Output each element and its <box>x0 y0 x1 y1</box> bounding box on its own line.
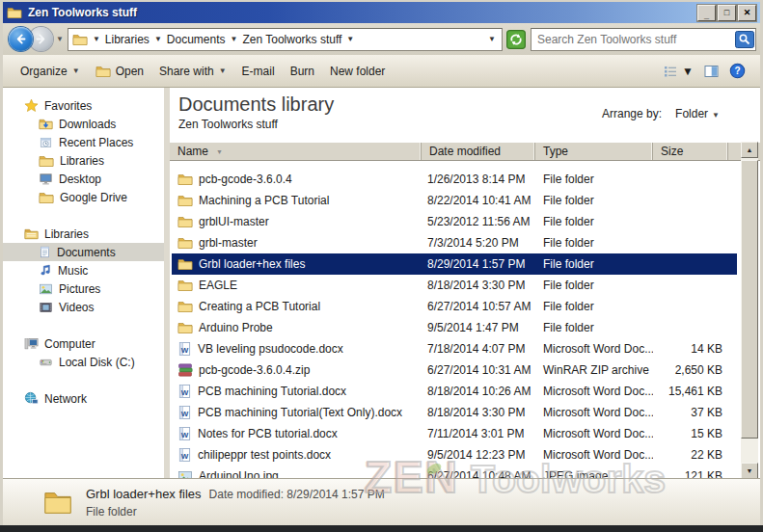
chevron-down-icon: ▼ <box>712 111 720 120</box>
breadcrumb-segment-current[interactable]: Zen Toolworks stuff <box>242 33 341 46</box>
minimize-button[interactable]: _ <box>697 5 716 21</box>
file-size: 14 KB <box>653 342 728 356</box>
file-row-machining-a-pcb-tutorial[interactable]: Machining a PCB Tutorial8/22/2014 10:41 … <box>172 190 737 211</box>
sidebar-item-recent-places[interactable]: Recent Places <box>3 133 164 151</box>
sidebar-item-music[interactable]: Music <box>3 261 164 279</box>
file-type: File folder <box>535 257 653 271</box>
scroll-up-button[interactable]: ▲ <box>741 142 758 158</box>
file-name: Notes for PCB tutorial.docx <box>198 427 338 440</box>
sidebar-item-libraries[interactable]: Libraries <box>3 151 164 170</box>
file-type: Microsoft Word Doc... <box>535 342 653 356</box>
vertical-scrollbar[interactable]: ▲ ▼ <box>741 142 758 479</box>
file-type: Microsoft Word Doc... <box>535 406 653 419</box>
file-type: File folder <box>535 194 653 207</box>
organize-button[interactable]: Organize▼ <box>13 61 88 82</box>
file-row-notes-for-pcb-tutorial-docx[interactable]: WNotes for PCB tutorial.docx7/11/2014 3:… <box>172 423 737 444</box>
winrar-icon <box>177 362 193 378</box>
file-name: chilipeppr test points.docx <box>198 448 331 462</box>
file-size: 2,650 KB <box>653 363 728 377</box>
column-header-date-modified[interactable]: Date modified <box>422 143 535 160</box>
file-name: PCB machining Tutorial.docx <box>198 385 346 398</box>
folder-icon <box>177 278 193 293</box>
refresh-button[interactable] <box>506 30 526 49</box>
arrange-by-control[interactable]: Arrange by: Folder▼ <box>602 107 720 120</box>
sidebar-item-local-disk-c[interactable]: Local Disk (C:) <box>3 353 164 371</box>
sidebar-item-google-drive[interactable]: Google Drive <box>3 188 164 206</box>
sidebar-item-pictures[interactable]: Pictures <box>3 279 164 298</box>
sidebar-item-favorites[interactable]: Favorites <box>3 96 164 115</box>
sidebar-item-label: Recent Places <box>59 136 133 149</box>
sidebar-item-label: Network <box>44 392 87 406</box>
file-date-modified: 8/29/2014 1:57 PM <box>422 257 535 271</box>
new-folder-button[interactable]: New folder <box>322 61 393 82</box>
file-type: WinRAR ZIP archive <box>535 363 653 377</box>
column-header-size[interactable]: Size <box>653 143 728 160</box>
file-row-arduinouno-jpg[interactable]: ArduinoUno.jpg6/27/2014 10:48 AMJPEG ima… <box>172 466 737 479</box>
search-box[interactable] <box>531 28 756 51</box>
chevron-down-icon[interactable]: ▼ <box>231 35 238 43</box>
column-header-type[interactable]: Type <box>535 143 653 160</box>
sidebar-item-downloads[interactable]: Downloads <box>3 115 164 133</box>
file-row-chilipeppr-test-points-docx[interactable]: Wchilipeppr test points.docx9/5/2014 12:… <box>172 444 737 466</box>
column-header-name[interactable]: Name▼ <box>170 143 422 160</box>
file-date-modified: 9/5/2014 12:23 PM <box>422 448 535 462</box>
file-row-arduino-probe[interactable]: Arduino Probe9/5/2014 1:47 PMFile folder <box>172 317 737 338</box>
breadcrumb-segment-documents[interactable]: Documents <box>167 33 226 46</box>
file-row-grbl-master[interactable]: grbl-master7/3/2014 5:20 PMFile folder <box>172 232 737 253</box>
back-button[interactable] <box>9 27 33 51</box>
chevron-down-icon[interactable]: ▼ <box>346 35 354 43</box>
scroll-down-button[interactable]: ▼ <box>741 463 758 479</box>
file-row-grblui-master[interactable]: grblUI-master5/23/2012 11:56 AMFile fold… <box>172 211 737 232</box>
file-type: File folder <box>535 236 653 250</box>
explorer-window: Zen Toolworks stuff _ □ ✕ ▼ ▼ Libraries … <box>0 0 763 532</box>
share-with-button[interactable]: Share with▼ <box>151 61 234 82</box>
scrollbar-thumb[interactable] <box>741 160 758 439</box>
close-button[interactable]: ✕ <box>738 5 756 21</box>
arrange-by-value[interactable]: Folder <box>675 107 708 120</box>
file-date-modified: 6/27/2014 10:31 AM <box>422 363 535 377</box>
file-row-vb-leveling-psudocode-docx[interactable]: WVB leveling psudocode.docx7/18/2014 4:0… <box>172 338 737 359</box>
sidebar-item-videos[interactable]: Videos <box>3 298 164 316</box>
maximize-button[interactable]: □ <box>718 5 736 21</box>
recent-icon <box>39 136 53 149</box>
sidebar-item-label: Computer <box>44 337 95 351</box>
burn-button[interactable]: Burn <box>283 61 322 82</box>
word-icon: W <box>177 405 192 420</box>
breadcrumb-segment-libraries[interactable]: Libraries <box>105 33 150 46</box>
svg-text:W: W <box>181 346 189 355</box>
sidebar-item-libraries[interactable]: Libraries <box>3 225 164 243</box>
sidebar-item-desktop[interactable]: Desktop <box>3 170 164 188</box>
file-row-pcb-gcode-3-6-0-4-zip[interactable]: pcb-gcode-3.6.0.4.zip6/27/2014 10:31 AMW… <box>172 359 737 381</box>
word-icon: W <box>177 447 192 463</box>
file-name: Grbl loader+hex files <box>199 257 305 271</box>
chevron-down-icon[interactable]: ▼ <box>93 35 100 43</box>
document-icon <box>39 245 51 259</box>
open-button[interactable]: Open <box>88 60 151 83</box>
email-button[interactable]: E-mail <box>234 61 283 82</box>
sidebar-item-network[interactable]: Network <box>3 389 164 408</box>
sidebar-item-documents[interactable]: Documents <box>3 243 164 261</box>
search-input[interactable] <box>531 33 735 46</box>
sidebar-item-computer[interactable]: Computer <box>3 334 164 353</box>
nav-history-arrow-icon[interactable]: ▼ <box>56 35 64 43</box>
chevron-down-icon[interactable]: ▼ <box>154 35 162 43</box>
svg-text:W: W <box>181 388 189 397</box>
file-row-pcb-gcode-3-6-0-4[interactable]: pcb-gcode-3.6.0.41/26/2013 8:14 PMFile f… <box>172 169 737 190</box>
file-row-pcb-machining-tutorial-docx[interactable]: WPCB machining Tutorial.docx8/18/2014 10… <box>172 381 737 402</box>
libraries-icon <box>24 226 39 241</box>
svg-text:W: W <box>181 452 189 461</box>
address-bar[interactable]: ▼ Libraries ▼ Documents ▼ Zen Toolworks … <box>68 28 503 51</box>
preview-pane-button[interactable] <box>698 61 724 82</box>
change-view-button[interactable]: ▼ <box>658 61 698 82</box>
computer-icon <box>24 336 39 351</box>
file-row-pcb-machining-tutorial-text-only-docx[interactable]: WPCB machining Tutorial(Text Only).docx8… <box>172 402 737 423</box>
help-button[interactable]: ? <box>724 60 750 82</box>
file-row-grbl-loader-hex-files[interactable]: Grbl loader+hex files8/29/2014 1:57 PMFi… <box>172 253 737 275</box>
search-icon[interactable] <box>735 31 754 48</box>
sidebar-item-label: Libraries <box>44 227 89 241</box>
file-row-eagle[interactable]: EAGLE8/18/2014 3:30 PMFile folder <box>172 275 737 296</box>
folder-icon <box>39 153 54 169</box>
picture-icon <box>39 282 53 296</box>
file-row-creating-a-pcb-tutorial[interactable]: Creating a PCB Tutorial6/27/2014 10:57 A… <box>172 296 737 317</box>
address-dropdown-icon[interactable]: ▼ <box>488 35 498 43</box>
